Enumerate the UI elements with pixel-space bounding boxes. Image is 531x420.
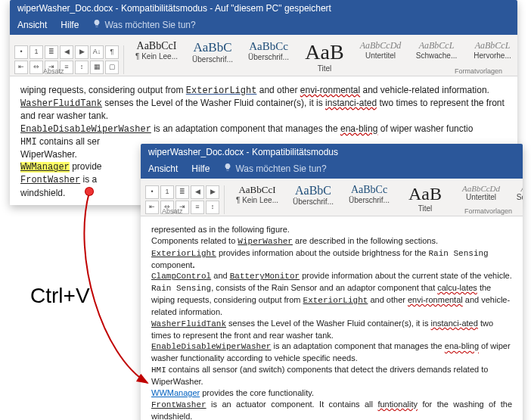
decrease-indent-button[interactable]: ◀: [60, 45, 73, 59]
doc-paragraph: Components related to WiperWasher are de…: [151, 235, 512, 247]
align-center-button[interactable]: ⇔: [30, 61, 43, 74]
doc-paragraph: WasherFluidTank senses the Level of the …: [151, 318, 512, 341]
style-gallery-item[interactable]: AaBbCÜberschrif...: [185, 38, 241, 74]
word-window-target: wiperWasher_Doc.docx - Kompatibilitätsmo…: [141, 144, 523, 420]
menu-bar: Ansicht Hilfe Was möchten Sie tun?: [10, 17, 517, 35]
style-gallery-item[interactable]: AaBbCcDdUntertitel: [352, 38, 408, 74]
multilevel-list-button[interactable]: ≣: [45, 45, 58, 59]
style-label: Titel: [402, 204, 448, 213]
align-left-button[interactable]: ⇤: [145, 201, 159, 214]
code-token: FrontWasher: [20, 175, 80, 185]
lightbulb-icon: [223, 163, 232, 174]
wwmanager-source-token[interactable]: WWManager: [20, 162, 70, 173]
style-label: Schwache...: [514, 193, 523, 201]
numbered-list-button[interactable]: 1: [30, 45, 43, 59]
align-left-button[interactable]: ⇤: [14, 61, 28, 74]
code-token: EnableDisableWiperWasher: [151, 342, 271, 351]
doc-paragraph: ClampControl and BatteryMonitor provide …: [151, 270, 512, 282]
format-group-label: Formatvorlagen: [464, 207, 512, 215]
ribbon: • 1 ≣ ◀ ▶ ⇤ ⇔ ⇥ ≡ ↕ AaBbCcI¶ Kein Lee...…: [141, 179, 523, 216]
style-sample: AaBbCcI: [134, 40, 179, 52]
tell-me-search[interactable]: Was möchten Sie tun?: [223, 163, 326, 174]
title-bar: wiperWasher_Doc.docx - Kompatibilitätsmo…: [141, 144, 523, 160]
style-label: Überschrif...: [290, 198, 336, 206]
style-gallery-item[interactable]: AaBTitel: [397, 182, 453, 214]
doc-paragraph: EnableDisableWiperWasher is an adaptatio…: [20, 123, 507, 135]
justify-button[interactable]: ≡: [191, 201, 204, 214]
style-label: Hervorhe...: [470, 51, 515, 60]
doc-paragraph: WWManager provides the core functionalit…: [151, 387, 512, 399]
doc-paragraph: represented as in the following figure.: [151, 224, 512, 235]
doc-paragraph: ExteriorLight provides information about…: [151, 247, 512, 271]
style-sample: AaBbC: [290, 184, 336, 198]
code-token: WasherFluidTank: [151, 319, 226, 328]
increase-indent-button[interactable]: ▶: [75, 45, 88, 59]
style-gallery-item[interactable]: AaBbCcÜberschrif...: [241, 38, 297, 74]
line-spacing-button[interactable]: ↕: [206, 201, 219, 214]
style-label: Überschrif...: [246, 53, 291, 61]
style-label: Titel: [302, 64, 347, 73]
doc-paragraph: FrontWasher is an actuator component. It…: [151, 399, 512, 420]
multilevel-list-button[interactable]: ≣: [175, 185, 189, 199]
doc-paragraph: wiping requests, considering output from…: [20, 84, 507, 97]
code-token: ClampControl: [151, 272, 211, 281]
style-label: Schwache...: [414, 51, 459, 60]
code-token: WasherFluidTank: [20, 98, 102, 109]
numbered-list-button[interactable]: 1: [160, 185, 174, 199]
shortcut-label: Ctrl+V: [30, 284, 90, 308]
style-sample: AaBbCcI: [234, 184, 280, 196]
code-token: EnableDisableWiperWasher: [20, 124, 151, 135]
style-gallery-item[interactable]: AaBbCcI¶ Kein Lee...: [229, 182, 285, 214]
line-spacing-button[interactable]: ↕: [75, 61, 88, 74]
style-gallery-item[interactable]: AaBbCÜberschrif...: [285, 182, 341, 214]
doc-paragraph: WasherFluidTank senses the Level of the …: [20, 97, 507, 122]
bullet-list-button[interactable]: •: [145, 185, 159, 199]
style-label: Überschrif...: [190, 55, 235, 64]
title-text: wiperWasher_Doc.docx - Kompatibilitätsmo…: [17, 3, 331, 14]
code-token: ExteriorLight: [151, 249, 216, 258]
style-sample: AaB: [402, 184, 448, 204]
doc-paragraph: EnableDisableWiperWasher is an adaptatio…: [151, 341, 512, 364]
wwmanager-pasted-link[interactable]: WWManager: [151, 388, 200, 397]
document-area[interactable]: represented as in the following figure. …: [141, 216, 523, 420]
style-sample: AaB: [302, 40, 347, 64]
menu-view[interactable]: Ansicht: [148, 163, 178, 174]
menu-bar: Ansicht Hilfe Was möchten Sie tun?: [141, 160, 523, 179]
menu-help[interactable]: Hilfe: [61, 20, 79, 30]
style-label: Untertitel: [458, 193, 504, 201]
menu-view[interactable]: Ansicht: [17, 20, 47, 30]
tell-me-search[interactable]: Was möchten Sie tun?: [92, 19, 195, 30]
code-token: WiperWasher: [238, 237, 293, 246]
bullet-list-button[interactable]: •: [14, 45, 28, 59]
menu-help[interactable]: Hilfe: [191, 163, 210, 174]
code-token: BatteryMonitor: [230, 272, 300, 281]
lightbulb-icon: [92, 19, 101, 30]
style-label: ¶ Kein Lee...: [234, 196, 280, 204]
absatz-group-label: Absatz: [43, 67, 64, 75]
tell-me-text: Was möchten Sie tun?: [235, 163, 326, 174]
borders-button[interactable]: ▢: [105, 61, 119, 74]
para-marks-button[interactable]: ¶: [105, 45, 119, 59]
style-label: ¶ Kein Lee...: [134, 52, 179, 61]
title-bar: wiperWasher_Doc.docx - Kompatibilitätsmo…: [10, 0, 517, 17]
code-token: HMI: [151, 366, 166, 375]
style-sample: AaBbCcDd: [358, 40, 403, 51]
ribbon: • 1 ≣ ◀ ▶ A↓ ¶ ⇤ ⇔ ⇥ ≡ ↕ ▦ ▢ AaBbCcI¶ Ke…: [10, 35, 517, 76]
doc-paragraph: Rain Sensing, consists of the Rain Senso…: [151, 282, 512, 318]
decrease-indent-button[interactable]: ◀: [191, 185, 204, 199]
shading-button[interactable]: ▦: [90, 61, 104, 74]
style-gallery-item[interactable]: AaBbCcÜberschrif...: [341, 182, 397, 214]
format-group-label: Formatvorlagen: [455, 67, 502, 75]
sort-button[interactable]: A↓: [90, 45, 104, 59]
doc-paragraph: HMI contains all sensor (and switch) com…: [151, 364, 512, 387]
absatz-group-label: Absatz: [162, 207, 183, 215]
style-gallery-item[interactable]: AaBTitel: [297, 38, 352, 74]
style-sample: AaBbCcL: [414, 40, 459, 51]
style-sample: AaBbCcL: [514, 184, 523, 193]
style-sample: AaBbCc: [246, 40, 291, 53]
selection-handle-icon: [85, 188, 93, 195]
style-sample: AaBbCcDd: [458, 184, 504, 193]
style-label: Untertitel: [358, 51, 403, 60]
increase-indent-button[interactable]: ▶: [206, 185, 219, 199]
style-gallery-item[interactable]: AaBbCcI¶ Kein Lee...: [129, 38, 185, 74]
